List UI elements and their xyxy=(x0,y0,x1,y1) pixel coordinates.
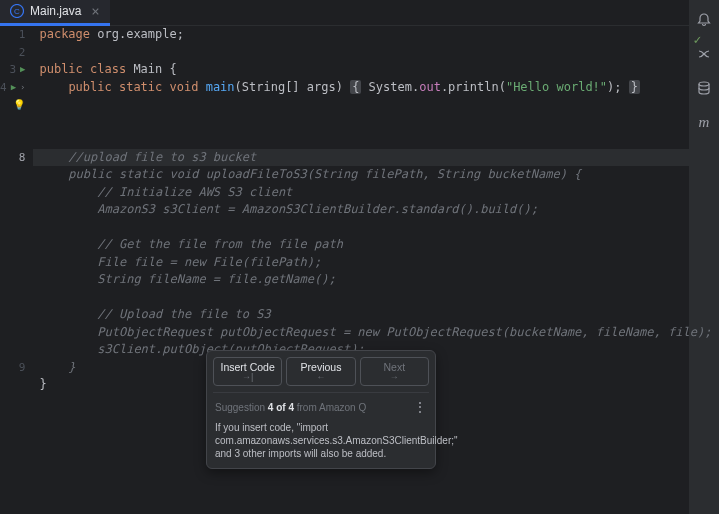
gutter-line xyxy=(0,184,33,202)
code-line xyxy=(39,114,711,132)
gutter-line: 3▶ xyxy=(0,61,33,79)
gutter-line xyxy=(0,289,33,307)
code-line-active: //upload file to s3 bucket xyxy=(39,149,711,167)
popup-info: Suggestion 4 of 4 from Amazon Q ⋮ xyxy=(207,393,435,421)
previous-button[interactable]: Previous← xyxy=(286,357,355,386)
svg-text:C: C xyxy=(14,7,20,16)
gutter-line xyxy=(0,306,33,324)
gutter-line xyxy=(0,131,33,149)
suggestion-line: // Initialize AWS S3 client xyxy=(39,184,711,202)
java-class-icon: C xyxy=(10,4,24,18)
gutter-line xyxy=(0,341,33,359)
gutter-line: 8 xyxy=(0,149,33,167)
next-button[interactable]: Next→ xyxy=(360,357,429,386)
suggestion-line: File file = new File(filePath); xyxy=(39,254,711,272)
code-line: package org.example; xyxy=(39,26,711,44)
gutter-line: 2 xyxy=(0,44,33,62)
suggestion-line: AmazonS3 s3Client = AmazonS3ClientBuilde… xyxy=(39,201,711,219)
tab-filename: Main.java xyxy=(30,4,81,18)
popup-message: If you insert code, "import com.amazonaw… xyxy=(207,421,435,468)
close-icon[interactable]: × xyxy=(91,3,99,19)
gutter-line: 1 xyxy=(0,26,33,44)
inspection-ok-icon[interactable]: ✓ xyxy=(694,32,702,47)
gutter-line xyxy=(0,236,33,254)
gutter-line xyxy=(0,201,33,219)
gutter-line xyxy=(0,114,33,132)
suggestion-popup: Insert Code→| Previous← Next→ Suggestion… xyxy=(206,350,436,469)
gutter-line: 💡 xyxy=(0,96,33,114)
suggestion-line xyxy=(39,219,711,237)
gutter-line xyxy=(0,254,33,272)
popup-button-row: Insert Code→| Previous← Next→ xyxy=(207,351,435,392)
suggestion-line: public static void uploadFileToS3(String… xyxy=(39,166,711,184)
insert-code-button[interactable]: Insert Code→| xyxy=(213,357,282,386)
code-line xyxy=(39,44,711,62)
gutter-line: 4▶› xyxy=(0,79,33,97)
suggestion-line xyxy=(39,289,711,307)
gutter-line: 9 xyxy=(0,359,33,377)
gutter-line xyxy=(0,219,33,237)
gutter-line xyxy=(0,166,33,184)
gutter-line xyxy=(0,324,33,342)
suggestion-line: String fileName = file.getName(); xyxy=(39,271,711,289)
suggestion-line: // Get the file from the file path xyxy=(39,236,711,254)
suggestion-line: // Upload the file to S3 xyxy=(39,306,711,324)
bulb-icon[interactable]: 💡 xyxy=(13,96,25,114)
more-icon[interactable]: ⋮ xyxy=(413,399,427,415)
code-line xyxy=(39,96,711,114)
run-icon[interactable]: ▶ xyxy=(11,79,16,97)
gutter-line xyxy=(0,271,33,289)
run-icon[interactable]: ▶ xyxy=(20,61,25,79)
code-line: public class Main { xyxy=(39,61,711,79)
suggestion-line: PutObjectRequest putObjectRequest = new … xyxy=(39,324,711,342)
code-line xyxy=(39,131,711,149)
gutter: 1 2 3▶ 4▶› 💡 8 9 xyxy=(0,26,33,514)
chevron-right-icon[interactable]: › xyxy=(20,79,25,97)
code-line: public static void main(String[] args) {… xyxy=(39,79,711,97)
tab-bar: C Main.java × xyxy=(0,0,719,26)
tab-main-java[interactable]: C Main.java × xyxy=(0,0,110,26)
